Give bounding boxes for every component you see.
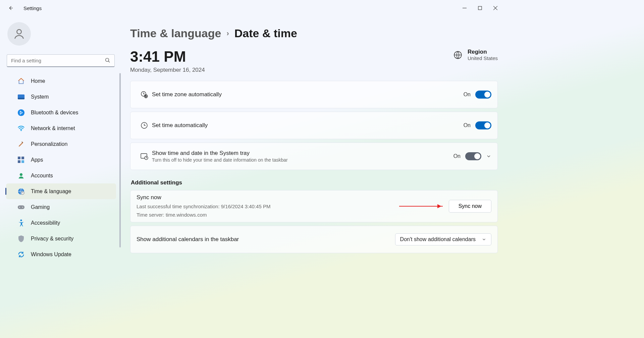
sync-server: Time server: time.windows.com [137,211,270,218]
sidebar-item-label: Apps [31,157,43,163]
annotation-arrow [399,206,443,207]
sidebar-item-label: Accessibility [31,220,60,226]
main-content: Time & language › Date & time 3:41 PM Mo… [121,16,507,268]
sidebar-item-label: Network & internet [31,125,75,131]
title-bar: Settings [0,0,507,16]
nav-list: Home System Bluetooth & devices [0,73,121,268]
svg-point-5 [106,58,109,62]
timezone-icon [137,91,152,99]
breadcrumb-current: Date & time [234,27,297,40]
setting-time-auto: Set time automatically On [130,112,498,139]
region-label: Region [468,49,498,55]
sync-now-button[interactable]: Sync now [449,200,491,213]
system-icon [17,94,25,100]
svg-rect-13 [18,160,20,163]
sidebar-item-bluetooth[interactable]: Bluetooth & devices [6,105,116,120]
toggle-tz-auto[interactable] [475,91,491,99]
sidebar-item-label: Personalization [31,141,67,147]
svg-point-9 [18,109,24,116]
sidebar-item-privacy[interactable]: Privacy & security [6,231,116,246]
setting-title: Show additional calendars in the taskbar [137,236,239,243]
sidebar-item-label: Home [31,78,45,84]
setting-title: Set time automatically [152,122,208,129]
wifi-icon [17,125,25,131]
svg-rect-12 [21,157,24,159]
app-title: Settings [23,5,42,11]
sidebar-item-label: Privacy & security [31,236,73,242]
avatar[interactable] [7,22,31,46]
region-block[interactable]: Region United States [453,49,498,61]
search-icon [105,57,111,63]
svg-point-20 [22,207,23,208]
brush-icon [17,140,25,148]
sidebar: Home System Bluetooth & devices [0,16,121,268]
svg-rect-8 [18,98,24,99]
svg-point-19 [19,207,20,208]
sidebar-item-update[interactable]: Windows Update [6,246,116,262]
sync-last: Last successful time synchronization: 9/… [137,203,270,210]
search-input[interactable] [7,54,115,67]
taskbar-clock-icon [137,153,152,160]
setting-tz-auto: Set time zone automatically On [130,81,498,108]
toggle-tray[interactable] [465,152,481,160]
accessibility-icon [17,219,25,227]
sidebar-item-personalization[interactable]: Personalization [6,136,116,152]
calendars-select[interactable]: Don't show additional calendars [395,233,491,245]
svg-point-15 [20,173,22,176]
sidebar-item-gaming[interactable]: Gaming [6,199,116,215]
sidebar-item-time-language[interactable]: Time & language [6,183,116,199]
globe-icon [453,51,462,59]
setting-subtitle: Turn this off to hide your time and date… [152,157,288,163]
sync-title: Sync now [137,194,270,201]
sidebar-item-accounts[interactable]: Accounts [6,168,116,183]
minimize-button[interactable] [457,3,472,13]
chevron-right-icon: › [226,29,229,38]
maximize-button[interactable] [472,3,488,13]
globe-clock-icon [17,188,25,195]
sidebar-item-home[interactable]: Home [6,73,116,89]
sidebar-item-label: Gaming [31,204,50,210]
setting-sync: Sync now Last successful time synchroniz… [130,190,498,222]
close-button[interactable] [488,3,503,13]
svg-rect-18 [18,205,24,209]
breadcrumb: Time & language › Date & time [130,27,498,40]
setting-title: Show time and date in the System tray [152,150,288,157]
sidebar-item-network[interactable]: Network & internet [6,120,116,136]
svg-point-21 [20,219,22,221]
current-date: Monday, September 16, 2024 [130,67,205,73]
chevron-down-icon[interactable] [486,154,491,159]
sidebar-item-accessibility[interactable]: Accessibility [6,215,116,231]
sidebar-item-system[interactable]: System [6,89,116,105]
gamepad-icon [17,205,25,210]
toggle-time-auto[interactable] [475,121,491,129]
clock-icon [137,121,152,129]
apps-icon [17,157,25,163]
select-value: Don't show additional calendars [400,236,476,242]
setting-calendars: Show additional calendars in the taskbar… [130,226,498,253]
sidebar-item-label: Accounts [31,173,53,179]
sidebar-item-apps[interactable]: Apps [6,152,116,168]
current-time: 3:41 PM [130,49,205,65]
toggle-state: On [464,92,471,98]
breadcrumb-parent[interactable]: Time & language [130,27,221,40]
sidebar-item-label: Time & language [31,188,71,194]
region-value: United States [468,55,498,61]
person-icon [17,172,25,179]
setting-tray: Show time and date in the System tray Tu… [130,143,498,170]
svg-line-6 [108,61,110,62]
bluetooth-icon [17,109,25,116]
svg-point-4 [17,30,21,34]
update-icon [17,251,25,258]
shield-icon [17,235,25,242]
svg-rect-14 [21,160,24,163]
svg-rect-1 [478,6,482,10]
setting-title: Set time zone automatically [152,91,222,98]
scrollbar[interactable] [119,73,121,247]
toggle-state: On [464,122,471,128]
sidebar-item-label: Bluetooth & devices [31,110,78,116]
toggle-state: On [453,153,461,159]
sidebar-item-label: System [31,94,49,100]
chevron-down-icon [482,237,486,242]
svg-point-10 [21,130,22,131]
back-button[interactable] [4,1,17,15]
